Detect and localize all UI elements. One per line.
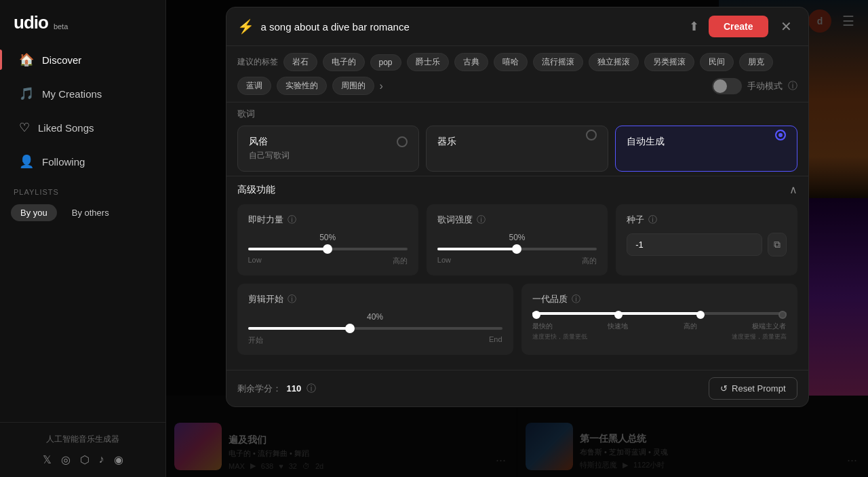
lyrics-option-title-1: 风俗 bbox=[249, 136, 290, 148]
quality-control: 一代品质 ⓘ bbox=[521, 284, 797, 355]
search-area: ⚡ ⬆ Create ✕ bbox=[226, 7, 808, 46]
heart-icon: ♡ bbox=[19, 120, 30, 135]
lyrics-option-sub-1: 自己写歌词 bbox=[249, 150, 290, 161]
advanced-title: 高级功能 bbox=[237, 184, 275, 196]
instant-power-control: 即时力量 ⓘ 50% Low 高的 bbox=[237, 204, 418, 275]
tag-rock[interactable]: 岩石 bbox=[283, 53, 317, 71]
tag-experimental[interactable]: 实验性的 bbox=[277, 77, 327, 95]
quality-dot-1[interactable] bbox=[532, 311, 540, 319]
sidebar-item-my-creations[interactable]: 🎵 My Creations bbox=[5, 78, 160, 109]
music-icon: 🎵 bbox=[19, 86, 34, 101]
sidebar-item-following[interactable]: 👤 Following bbox=[5, 146, 160, 177]
clip-start-info-icon[interactable]: ⓘ bbox=[288, 293, 296, 305]
instant-power-low: Low bbox=[248, 256, 262, 266]
prompt-input[interactable] bbox=[261, 21, 679, 33]
clip-start-labels: 开始 End bbox=[248, 335, 502, 345]
advanced-section: 高级功能 ∧ 即时力量 ⓘ 50% bbox=[226, 176, 808, 370]
tag-blues[interactable]: 蓝调 bbox=[237, 77, 271, 95]
tag-alt-rock[interactable]: 另类摇滚 bbox=[644, 53, 694, 71]
lyrics-option-custom[interactable]: 风俗 自己写歌词 bbox=[237, 126, 420, 172]
credits-info-icon[interactable]: ⓘ bbox=[307, 383, 316, 395]
instant-power-track bbox=[248, 248, 408, 250]
lyrics-option-row-2: 器乐 bbox=[437, 136, 597, 148]
instant-power-title: 即时力量 ⓘ bbox=[248, 214, 408, 226]
clip-start-title: 剪辑开始 ⓘ bbox=[248, 293, 502, 305]
lyric-strength-labels: Low 高的 bbox=[437, 256, 597, 266]
home-icon: 🏠 bbox=[19, 52, 34, 67]
tag-folk[interactable]: 民间 bbox=[700, 53, 734, 71]
quality-dot-2[interactable] bbox=[614, 311, 623, 319]
sidebar-item-discover[interactable]: 🏠 Discover bbox=[5, 44, 160, 75]
twitter-icon[interactable]: 𝕏 bbox=[43, 453, 52, 466]
instant-power-thumb[interactable] bbox=[323, 244, 332, 254]
clip-start-control: 剪辑开始 ⓘ 40% 开始 End bbox=[237, 284, 513, 355]
sidebar-item-liked-songs[interactable]: ♡ Liked Songs bbox=[5, 112, 160, 143]
seed-input[interactable] bbox=[627, 233, 762, 256]
quality-info-icon[interactable]: ⓘ bbox=[572, 293, 580, 305]
manual-toggle: 手动模式 ⓘ bbox=[712, 78, 797, 94]
reset-prompt-button[interactable]: ↺ Reset Prompt bbox=[709, 377, 797, 400]
credits-value: 110 bbox=[287, 383, 302, 394]
create-button[interactable]: Create bbox=[709, 16, 768, 37]
quality-label-2: 快速地 bbox=[608, 322, 628, 331]
tag-hiphop[interactable]: 嘻哈 bbox=[494, 53, 528, 71]
lyric-strength-thumb[interactable] bbox=[512, 244, 521, 254]
quality-dots bbox=[532, 311, 787, 319]
seed-info-icon[interactable]: ⓘ bbox=[648, 214, 657, 226]
controls-grid-1: 即时力量 ⓘ 50% Low 高的 bbox=[237, 204, 797, 275]
sidebar-footer: 人工智能音乐生成器 𝕏 ◎ ⬡ ♪ ◉ bbox=[0, 422, 165, 477]
seed-control: 种子 ⓘ ⧉ bbox=[616, 204, 797, 275]
quality-dot-3[interactable] bbox=[696, 311, 705, 319]
reset-label: Reset Prompt bbox=[732, 383, 785, 394]
instant-power-high: 高的 bbox=[393, 256, 408, 266]
instant-power-info-icon[interactable]: ⓘ bbox=[288, 214, 296, 226]
discord-icon[interactable]: ⬡ bbox=[80, 453, 90, 466]
radio-custom bbox=[397, 136, 408, 147]
tiktok-icon[interactable]: ♪ bbox=[99, 453, 104, 466]
lyrics-option-auto[interactable]: 自动生成 bbox=[615, 126, 797, 172]
lyric-strength-track bbox=[437, 248, 597, 250]
lyric-strength-info-icon[interactable]: ⓘ bbox=[477, 214, 486, 226]
instagram-icon[interactable]: ◎ bbox=[61, 453, 71, 466]
manual-mode-label: 手动模式 bbox=[747, 80, 783, 92]
manual-mode-toggle[interactable] bbox=[712, 78, 742, 94]
tags-expand-arrow[interactable]: › bbox=[380, 80, 383, 92]
quality-slider-area bbox=[532, 312, 787, 315]
collapse-icon[interactable]: ∧ bbox=[789, 183, 797, 196]
tab-by-others[interactable]: By others bbox=[62, 204, 119, 221]
tag-pop[interactable]: pop bbox=[370, 54, 401, 71]
clip-start-thumb[interactable] bbox=[345, 324, 355, 333]
manual-mode-info-icon[interactable]: ⓘ bbox=[788, 80, 797, 92]
tag-electronic[interactable]: 电子的 bbox=[323, 53, 365, 71]
tag-classical[interactable]: 古典 bbox=[454, 53, 488, 71]
tag-punk[interactable]: 朋克 bbox=[739, 53, 773, 71]
tags-section: 建议的标签 岩石 电子的 pop 爵士乐 古典 嘻哈 流行摇滚 独立摇滚 另类摇… bbox=[226, 46, 808, 102]
quality-dot-4[interactable] bbox=[778, 311, 787, 319]
clip-start-value: 40% bbox=[248, 312, 502, 322]
credits-info: 剩余学分： 110 ⓘ bbox=[237, 383, 317, 395]
lyrics-option-row-3: 自动生成 bbox=[627, 136, 786, 148]
seed-copy-button[interactable]: ⧉ bbox=[768, 233, 787, 256]
share-icon-btn[interactable]: ⬆ bbox=[686, 16, 702, 37]
clip-start-track bbox=[248, 327, 502, 330]
radio-auto bbox=[775, 130, 786, 140]
tab-by-you[interactable]: By you bbox=[11, 204, 57, 221]
lyrics-option-instrumental[interactable]: 器乐 bbox=[426, 126, 608, 172]
close-button[interactable]: ✕ bbox=[775, 16, 797, 37]
instant-power-value: 50% bbox=[248, 233, 408, 242]
app-logo: udio bbox=[14, 12, 48, 33]
tag-jazz[interactable]: 爵士乐 bbox=[407, 53, 449, 71]
modal-overlay: ⚡ ⬆ Create ✕ 建议的标签 岩石 电子的 pop 爵士乐 古典 嘻哈 … bbox=[166, 0, 868, 477]
sidebar-item-label: Following bbox=[42, 156, 85, 168]
social-icons: 𝕏 ◎ ⬡ ♪ ◉ bbox=[14, 453, 152, 466]
lyrics-options: 风俗 自己写歌词 器乐 bbox=[237, 126, 797, 172]
logo-area: udio beta bbox=[0, 0, 165, 43]
reddit-icon[interactable]: ◉ bbox=[114, 453, 123, 466]
tag-pop-rock[interactable]: 流行摇滚 bbox=[533, 53, 583, 71]
lyric-strength-high: 高的 bbox=[582, 256, 597, 266]
credits-label: 剩余学分： bbox=[237, 383, 281, 395]
tag-ambient[interactable]: 周围的 bbox=[332, 77, 374, 95]
tag-indie-rock[interactable]: 独立摇滚 bbox=[589, 53, 639, 71]
seed-input-row: ⧉ bbox=[627, 233, 786, 256]
tags-label: 建议的标签 bbox=[237, 56, 278, 68]
